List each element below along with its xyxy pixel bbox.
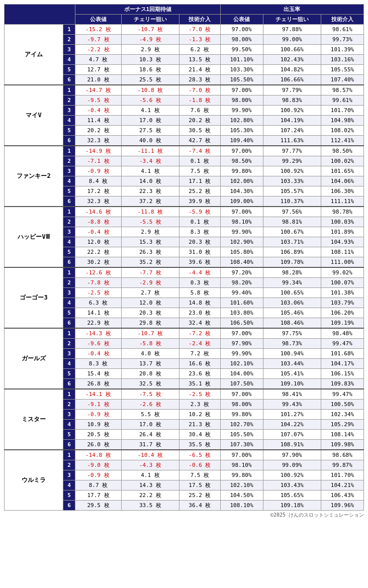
setting-cell: 4 [63,55,75,65]
setting-cell: 1 [63,207,75,217]
payout-tech-cell: 101.68% [321,349,363,359]
machine-name-cell: ウルミラ [5,450,63,511]
payout-tech-cell: 101.65% [321,166,363,176]
payout-tech-cell: 108.11% [321,247,363,257]
payout-cherry-cell: 97.79% [263,85,321,95]
bonus-kouhyo-cell: 8.7 枚 [75,480,122,491]
bonus-cherry-cell: -10.7 枚 [121,328,179,339]
setting-cell: 4 [63,480,75,491]
table-row: ウルミラ1-14.8 枚-10.4 枚-6.5 枚97.00%97.90%98.… [5,450,364,460]
bonus-kouhyo-cell: 15.4 枚 [75,369,122,379]
payout-tech-cell: 112.41% [321,136,363,146]
payout-cherry-cell: 97.56% [263,207,321,217]
payout-tech-cell: 99.87% [321,460,363,470]
payout-tech-cell: 104.17% [321,359,363,369]
bonus-cherry-cell: -7.5 枚 [121,389,179,400]
setting-cell: 3 [63,45,75,55]
bonus-cherry-cell: 22.2 枚 [121,491,179,501]
bonus-kouhyo-cell: 14.1 枚 [75,308,122,318]
bonus-cherry-cell: 17.0 枚 [121,420,179,430]
payout-cherry-cell: 103.43% [263,480,321,491]
setting-cell: 5 [63,430,75,440]
bonus-tech-cell: 0.3 枚 [179,278,221,288]
payout-cherry-cell: 98.81% [263,217,321,227]
payout-kouhyo-cell: 99.90% [220,349,263,359]
bonus-cherry-cell: 17.0 枚 [121,116,179,126]
bonus-cherry-cell: 13.7 枚 [121,359,179,369]
bonus-kouhyo-cell: 4.7 枚 [75,55,122,65]
payout-kouhyo-cell: 99.90% [220,227,263,237]
bonus-kouhyo-cell: 20.5 枚 [75,430,122,440]
bonus-cherry-cell: 37.2 枚 [121,197,179,207]
payout-tech-cell: 100.07% [321,278,363,288]
payout-kouhyo-cell: 105.30% [220,126,263,136]
payout-tech-cell: 102.34% [321,410,363,420]
bonus-tech-cell: 5.8 枚 [179,288,221,298]
payout-tech-cell: 101.70% [321,106,363,116]
payout-tech-cell: 101.39% [321,45,363,55]
setting-cell: 5 [63,491,75,501]
bonus-cherry-cell: 4.1 枚 [121,470,179,480]
bonus-tech-cell: 6.2 枚 [179,45,221,55]
bonus-kouhyo-cell: -9.7 枚 [75,35,122,45]
payout-tech-cell: 98.61% [321,25,363,35]
bonus-kouhyo-cell: -9.0 枚 [75,460,122,470]
payout-tech-cell: 104.93% [321,237,363,247]
setting-cell: 5 [63,369,75,379]
payout-kouhyo-cell: 97.20% [220,267,263,278]
payout-cherry-cell: 98.73% [263,339,321,349]
payout-kouhyo-cell: 102.80% [220,116,263,126]
bonus-kouhyo-cell: -7.8 枚 [75,278,122,288]
payout-kouhyo-cell: 99.80% [220,410,263,420]
payout-tech-cell: 104.06% [321,176,363,186]
setting-cell: 2 [63,95,75,106]
bonus-cherry-cell: 18.6 枚 [121,65,179,75]
bonus-cherry-cell: 26.4 枚 [121,430,179,440]
bonus-tech-cell: 7.5 枚 [179,166,221,176]
bonus-tech-cell: -1.8 枚 [179,95,221,106]
setting-cell: 3 [63,410,75,420]
bonus-cherry-cell: -5.5 枚 [121,217,179,227]
setting-cell: 1 [63,25,75,35]
payout-kouhyo-cell: 109.00% [220,197,263,207]
bonus-kouhyo-cell: -14.9 枚 [75,146,122,156]
payout-tech-cell: 109.19% [321,318,363,329]
bonus-cherry-cell: 25.5 枚 [121,75,179,85]
bonus-tech-cell: 32.4 枚 [179,318,221,329]
bonus-cherry-cell: 5.5 枚 [121,410,179,420]
setting-cell: 1 [63,267,75,278]
bonus-kouhyo-cell: 12.0 枚 [75,237,122,247]
payout-tech-cell: 103.79% [321,298,363,308]
payout-cherry-cell: 100.94% [263,349,321,359]
payout-cherry-cell: 99.43% [263,400,321,410]
bonus-tech-cell: -5.9 枚 [179,207,221,217]
bonus-tech-cell: 20.3 枚 [179,237,221,247]
payout-cherry-cell: 105.65% [263,491,321,501]
bonus-kouhyo-cell: 21.0 枚 [75,75,122,85]
bonus-cherry-cell: -4.9 枚 [121,35,179,45]
bonus-cherry-cell: 32.5 枚 [121,379,179,389]
payout-cherry-cell: 104.19% [263,116,321,126]
payout-kouhyo-cell: 97.90% [220,339,263,349]
bonus-cherry-cell: -4.3 枚 [121,460,179,470]
bonus-kouhyo-cell: 26.8 枚 [75,379,122,389]
payout-tech-cell: 109.83% [321,379,363,389]
table-row: ゴーゴー31-12.6 枚-7.7 枚-4.4 枚97.20%98.28%99.… [5,267,364,278]
bonus-tech-cell: 42.7 枚 [179,136,221,146]
bonus-cherry-cell: 33.5 枚 [121,501,179,511]
payout-tech-cell: 103.16% [321,55,363,65]
payout-cherry-cell: 106.66% [263,75,321,85]
bonus-cherry-cell: -10.4 枚 [121,450,179,460]
bonus-tech-cell: 23.6 枚 [179,369,221,379]
bonus-tech-cell: -7.0 枚 [179,25,221,35]
setting-cell: 2 [63,217,75,227]
setting-cell: 6 [63,257,75,268]
payout-kouhyo-cell: 98.10% [220,217,263,227]
payout-tech-cell: 109.96% [321,501,363,511]
bonus-cherry-cell: -2.6 枚 [121,400,179,410]
bonus-tech-cell: 30.4 枚 [179,430,221,440]
bonus-kouhyo-cell: -9.1 枚 [75,400,122,410]
payout-cherry-cell: 100.92% [263,470,321,480]
payout-cherry-cell: 105.41% [263,369,321,379]
bonus-tech-cell: 16.6 枚 [179,359,221,369]
